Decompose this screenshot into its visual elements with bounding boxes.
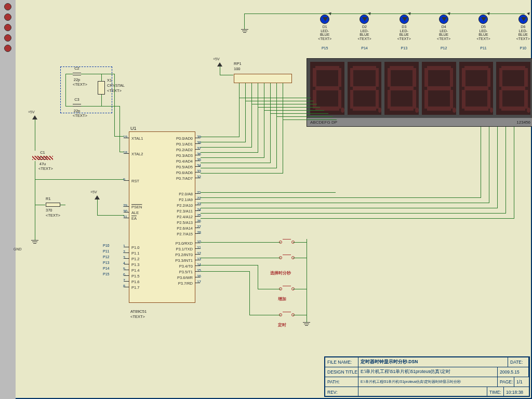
tb-rev-lbl: REV: bbox=[325, 387, 358, 397]
tb-time: 10:18:38 bbox=[504, 387, 529, 397]
wire bbox=[201, 168, 277, 168]
wire bbox=[293, 242, 307, 243]
vcc-marker bbox=[217, 62, 222, 66]
wire bbox=[35, 205, 45, 205]
tb-design-lbl: DESIGN TITLE: bbox=[325, 367, 358, 377]
ext-p10: P10 bbox=[103, 244, 109, 247]
tb-date: 2009.5.15 bbox=[498, 367, 529, 377]
wire bbox=[249, 315, 281, 315]
led-D3: D3LED-BLUE<TEXT>P13 bbox=[396, 15, 412, 50]
wire bbox=[201, 137, 240, 137]
resistor-network-rp1[interactable] bbox=[234, 74, 292, 83]
button-select-bot[interactable] bbox=[281, 255, 293, 261]
wire bbox=[270, 83, 271, 163]
display-pins-right: 123456 bbox=[516, 120, 530, 125]
wire bbox=[201, 157, 264, 158]
wire bbox=[270, 113, 328, 114]
wire bbox=[35, 179, 124, 180]
wire bbox=[201, 203, 489, 203]
cap-c1[interactable]: C147u<TEXT> bbox=[38, 151, 47, 171]
wire bbox=[251, 83, 252, 147]
wire bbox=[506, 127, 506, 214]
digit-6 bbox=[496, 62, 530, 115]
wire bbox=[97, 200, 98, 215]
wire bbox=[293, 258, 307, 258]
wire bbox=[101, 106, 120, 107]
wire bbox=[264, 83, 264, 157]
wire bbox=[244, 14, 245, 29]
wire bbox=[119, 106, 120, 152]
wire bbox=[201, 192, 336, 193]
wire bbox=[249, 271, 250, 315]
wire bbox=[258, 265, 258, 289]
digit-4 bbox=[422, 62, 456, 115]
tb-time-lbl: TIME: bbox=[487, 387, 504, 397]
wire bbox=[276, 83, 277, 168]
mcu-at89c51[interactable]: U1 XTAL119 XTAL218 RST9 PSEN29 ALE30 EA3… bbox=[129, 131, 195, 303]
r1-ref: R1 bbox=[46, 196, 51, 201]
tb-path: E:\单片机工程\51单片机\51proteus仿真\定时器时钟显示时分秒 bbox=[358, 377, 498, 387]
led-D2: D2LED-BLUE<TEXT>P14 bbox=[356, 15, 372, 50]
wire bbox=[35, 229, 35, 240]
wire bbox=[201, 213, 506, 214]
display-pins-left: ABCDEFG DP bbox=[310, 120, 337, 125]
title-block: FILE NAME: 定时器时钟显示时分秒.DSN DATE: DESIGN T… bbox=[324, 356, 530, 397]
wire bbox=[35, 119, 35, 151]
wire bbox=[245, 101, 314, 101]
wire bbox=[245, 83, 246, 142]
vcc-marker bbox=[32, 115, 37, 119]
res-r1[interactable] bbox=[46, 203, 60, 207]
btn-label-select: 选择时分秒 bbox=[270, 270, 291, 276]
gnd-symbol bbox=[31, 240, 38, 244]
wire bbox=[201, 242, 281, 243]
digit-2 bbox=[348, 62, 382, 115]
tb-date-lbl: DATE: bbox=[508, 357, 529, 367]
vcc-label: +5V bbox=[213, 57, 220, 61]
vcc-marker bbox=[95, 195, 100, 200]
gnd-label: GND bbox=[14, 247, 22, 251]
led-D6: D6LED-BLUE<TEXT>P10 bbox=[515, 15, 531, 50]
ext-p13: P13 bbox=[103, 261, 109, 264]
button-set[interactable] bbox=[281, 312, 293, 318]
vcc-label: +5V bbox=[28, 110, 35, 114]
wire bbox=[35, 161, 35, 229]
wire bbox=[293, 289, 307, 289]
wire bbox=[239, 83, 240, 137]
ext-p15: P15 bbox=[103, 272, 109, 276]
wire bbox=[489, 127, 489, 203]
ext-p11: P11 bbox=[103, 249, 109, 253]
button-inc[interactable] bbox=[281, 286, 293, 292]
led-row: D1LED-BLUE<TEXT>P15 D2LED-BLUE<TEXT>P14 … bbox=[317, 15, 531, 50]
tb-file: 定时器时钟显示时分秒.DSN bbox=[358, 357, 508, 367]
rp1-val: 100 bbox=[234, 66, 241, 71]
btn-label-set: 定时 bbox=[278, 322, 286, 328]
wire bbox=[497, 127, 498, 208]
wire bbox=[201, 163, 271, 163]
seven-seg-display[interactable]: ABCDEFG DP123456 bbox=[307, 58, 532, 127]
ext-p14: P14 bbox=[103, 267, 109, 270]
wire bbox=[114, 74, 115, 136]
led-D5: D5LED-BLUE<TEXT>P11 bbox=[475, 15, 491, 50]
mcu-note: <TEXT> bbox=[130, 314, 145, 319]
wire bbox=[97, 215, 124, 216]
tb-page-lbl: PAGE: bbox=[498, 377, 514, 387]
wire bbox=[201, 271, 249, 272]
button-select-top[interactable] bbox=[281, 239, 293, 245]
schematic-canvas[interactable]: D1LED-BLUE<TEXT>P15 D2LED-BLUE<TEXT>P14 … bbox=[16, 0, 532, 399]
led-D4: D4LED-BLUE<TEXT>P12 bbox=[436, 15, 451, 50]
ext-p12: P12 bbox=[103, 255, 109, 259]
gnd-symbol bbox=[303, 322, 310, 326]
wire bbox=[307, 239, 307, 322]
btn-label-inc: 增加 bbox=[278, 296, 286, 302]
wire bbox=[283, 83, 283, 173]
mcu-part: AT89C51 bbox=[130, 309, 147, 314]
side-toolbar bbox=[0, 0, 16, 399]
wire bbox=[114, 136, 124, 137]
wire bbox=[251, 104, 317, 104]
tb-file-lbl: FILE NAME: bbox=[325, 357, 358, 367]
wire bbox=[201, 152, 258, 153]
wire bbox=[244, 14, 525, 14]
wire bbox=[101, 74, 115, 74]
digit-5 bbox=[459, 62, 494, 115]
r1-val: 370 bbox=[46, 208, 52, 212]
